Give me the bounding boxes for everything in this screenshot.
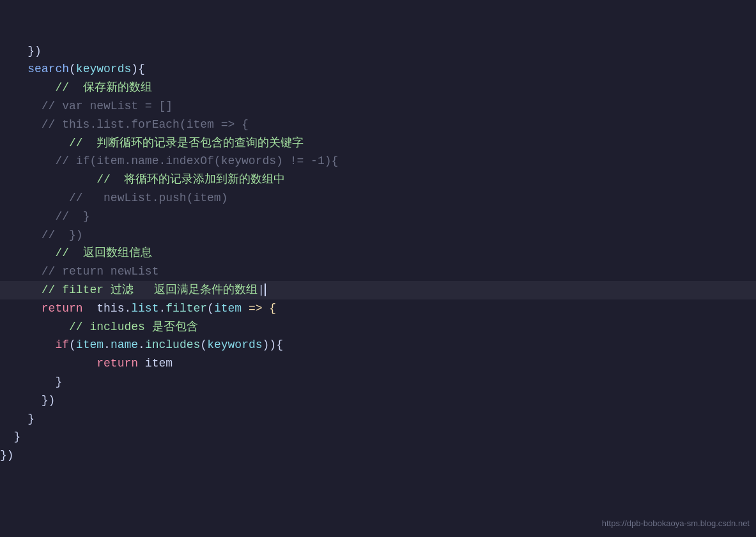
token: }) [27,45,42,57]
code-line: // newList.push(item) [0,189,756,208]
code-line: // 将循环的记录添加到新的数组中 [0,170,756,189]
token: // } [55,210,89,223]
token: }) [0,449,14,462]
line-content: // }) [0,226,83,245]
token: | [258,284,266,296]
token: ( [69,338,76,351]
token: // this.list.forEach(item => { [42,118,249,131]
line-content: }) [0,42,42,61]
code-line: // } [0,208,756,226]
token: ( [207,302,214,315]
code-line: if(item.name.includes(keywords)){ [0,336,756,354]
token: . [158,302,166,315]
code-line: }) [0,446,756,465]
token: // filter 过滤 返回满足条件的数组 [42,284,258,296]
token: list [131,302,158,315]
code-line: search(keywords){ [0,60,756,79]
watermark: https://dpb-bobokaoya-sm.blog.csdn.net [602,517,750,531]
token: } [14,430,21,443]
token: . [104,338,111,351]
code-line: // var newList = [] [0,97,756,116]
token: // 判断循环的记录是否包含的查询的关键字 [69,137,304,149]
token: includes [145,338,200,351]
token: } [55,375,62,388]
line-content: // 保存新的数组 [0,79,152,97]
token: item [76,338,104,351]
token: . [138,338,145,351]
line-content: return this.list.filter(item => { [0,299,276,318]
code-line: }) [0,391,756,410]
code-line: } [0,428,756,446]
code-line: return this.list.filter(item => { [0,299,756,318]
token: // includes 是否包含 [69,321,198,333]
code-editor: }) search(keywords){ // 保存新的数组 // var ne… [0,0,756,537]
line-content: // newList.push(item) [0,189,228,208]
token: // 返回数组信息 [55,246,151,259]
line-content: } [0,373,62,391]
line-content: }) [0,391,55,410]
code-line: // 返回数组信息 [0,244,756,262]
token: } [27,412,35,425]
code-line: // filter 过滤 返回满足条件的数组| [0,281,756,299]
token: this [96,302,124,315]
token: return [96,357,138,370]
line-content: // return newList [0,262,158,281]
token: // }) [42,229,83,241]
line-content: // 判断循环的记录是否包含的查询的关键字 [0,134,304,153]
code-line: } [0,410,756,428]
code-line: // }) [0,226,756,245]
token: )){ [263,338,283,351]
line-content: // if(item.name.indexOf(keywords) != -1)… [0,152,338,170]
token: // return newList [42,265,159,278]
token [83,302,97,315]
token: item [214,302,242,315]
code-line: return item [0,354,756,373]
line-content: }) [0,446,14,465]
line-content: } [0,428,20,446]
line-content: // 返回数组信息 [0,244,152,262]
token: => { [242,302,276,315]
token: return [42,302,83,315]
token: name [111,338,138,351]
token: // var newList = [] [42,100,173,112]
token: ){ [131,63,145,75]
token: // newList.push(item) [69,192,228,204]
token: // 将循环的记录添加到新的数组中 [96,173,285,186]
token: if [55,338,69,351]
token: keywords [207,338,262,351]
code-line: // this.list.forEach(item => { [0,116,756,134]
token: search [27,63,69,75]
token: // if(item.name.indexOf(keywords) != -1)… [55,155,338,167]
code-line: // 保存新的数组 [0,79,756,97]
token: }) [42,394,56,407]
line-content: // } [0,208,89,226]
line-content: // 将循环的记录添加到新的数组中 [0,170,285,189]
token: ( [200,338,207,351]
code-line: // 判断循环的记录是否包含的查询的关键字 [0,134,756,153]
token: ( [69,63,76,75]
line-content: search(keywords){ [0,60,145,79]
token: // 保存新的数组 [55,81,151,94]
code-line: }) [0,42,756,61]
line-content: return item [0,354,173,373]
code-line: // if(item.name.indexOf(keywords) != -1)… [0,152,756,170]
line-content: // this.list.forEach(item => { [0,116,249,134]
token: item [138,357,173,370]
code-line: // return newList [0,262,756,281]
token: . [124,302,131,315]
token: filter [166,302,207,315]
code-line: // includes 是否包含 [0,318,756,337]
line-content: if(item.name.includes(keywords)){ [0,336,283,354]
line-content: // includes 是否包含 [0,318,198,337]
code-line: } [0,373,756,391]
token: keywords [76,63,131,75]
line-content: // var newList = [] [0,97,173,116]
code-content: }) search(keywords){ // 保存新的数组 // var ne… [0,0,756,470]
line-content: } [0,410,35,428]
line-content: // filter 过滤 返回满足条件的数组| [0,281,266,299]
